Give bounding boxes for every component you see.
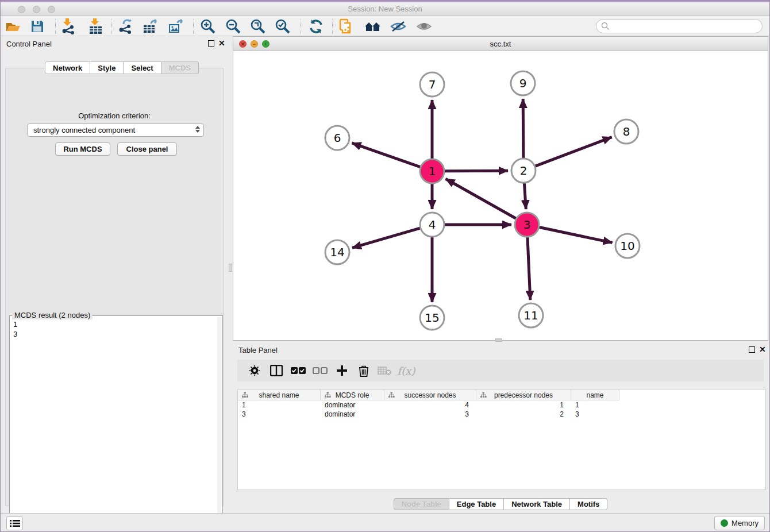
column-header-name[interactable]: name: [571, 390, 619, 400]
table-cell[interactable]: 1: [476, 400, 571, 410]
edge-2-8[interactable]: [536, 137, 612, 167]
export-network-icon[interactable]: [117, 18, 135, 35]
table-cell[interactable]: 3: [384, 410, 476, 419]
float-panel-icon[interactable]: [208, 40, 214, 47]
tab-mcds[interactable]: MCDS: [161, 61, 199, 74]
close-panel-button[interactable]: Close panel: [117, 142, 177, 156]
edge-3-1[interactable]: [446, 179, 516, 218]
node-label-2: 2: [520, 164, 528, 178]
refresh-icon[interactable]: [307, 18, 325, 35]
column-header-label: successor nodes: [404, 391, 456, 399]
select-all-icon[interactable]: [289, 362, 307, 379]
import-network-icon[interactable]: [59, 18, 78, 35]
edge-4-14[interactable]: [352, 228, 420, 248]
memory-status-icon: [721, 519, 728, 527]
first-neighbors-icon[interactable]: [364, 18, 382, 35]
zoom-out-icon[interactable]: [224, 18, 242, 35]
control-panel: Control Panel ✕ Optimization criterion: …: [1, 36, 228, 513]
import-table-icon[interactable]: [87, 18, 105, 35]
export-image-icon[interactable]: [167, 18, 186, 35]
vertical-splitter[interactable]: [228, 36, 233, 513]
node-label-1: 1: [429, 164, 436, 178]
table-row[interactable]: 1dominator411: [238, 400, 619, 410]
show-all-icon[interactable]: [415, 18, 433, 35]
mcds-result-scrollbar[interactable]: [217, 317, 221, 531]
mcds-result-text[interactable]: 1 3: [11, 319, 217, 531]
edge-1-2[interactable]: [445, 171, 508, 171]
edge-2-3[interactable]: [524, 183, 526, 209]
mcds-result-line: 3: [13, 329, 217, 339]
open-session-icon[interactable]: [4, 18, 22, 35]
zoom-fit-icon[interactable]: [249, 18, 267, 35]
export-table-icon[interactable]: [142, 18, 160, 35]
main-toolbar: [1, 17, 769, 36]
add-column-icon[interactable]: [333, 362, 351, 379]
splitter-grip[interactable]: [229, 264, 232, 272]
tab-edge-table[interactable]: Edge Table: [449, 498, 504, 510]
zoom-in-icon[interactable]: [199, 18, 217, 35]
close-panel-icon[interactable]: ✕: [218, 38, 225, 48]
column-header-successor-nodes[interactable]: successor nodes: [384, 390, 476, 400]
close-table-panel-icon[interactable]: ✕: [759, 345, 766, 354]
selected-criterion: strongly connected component: [33, 126, 135, 134]
network-window-titlebar[interactable]: ✕ − + scc.txt: [233, 37, 768, 51]
table-toolbar: f(x): [237, 360, 764, 381]
table-row[interactable]: 3dominator323: [238, 410, 619, 419]
delete-table-icon: [375, 362, 394, 379]
tab-style[interactable]: Style: [90, 61, 124, 74]
horizontal-splitter-grip[interactable]: [495, 338, 502, 342]
tab-node-table[interactable]: Node Table: [394, 498, 449, 510]
mcds-result-title: MCDS result (2 nodes): [12, 311, 93, 319]
table-cell[interactable]: 3: [238, 410, 321, 419]
zoom-selected-icon[interactable]: [274, 18, 292, 35]
run-mcds-button[interactable]: Run MCDS: [55, 142, 110, 156]
memory-button[interactable]: Memory: [714, 516, 765, 530]
clone-network-icon[interactable]: [337, 18, 356, 35]
toolbar-separator: [111, 20, 111, 34]
tab-motifs[interactable]: Motifs: [570, 498, 607, 510]
split-columns-icon[interactable]: [267, 362, 286, 379]
network-window-title: scc.txt: [233, 40, 768, 48]
table-cell[interactable]: 4: [384, 400, 476, 410]
table-tabs: Node Table Edge Table Network Table Moti…: [233, 498, 768, 510]
hide-selected-icon[interactable]: [389, 18, 407, 35]
column-header-label: name: [586, 391, 603, 399]
tab-network[interactable]: Network: [45, 61, 90, 74]
table-cell[interactable]: dominator: [321, 400, 384, 410]
edge-3-11[interactable]: [528, 237, 530, 300]
edge-3-10[interactable]: [540, 228, 613, 243]
column-header-MCDS-role[interactable]: MCDS role: [321, 390, 384, 400]
node-label-6: 6: [334, 131, 341, 145]
table-cell[interactable]: 1: [571, 400, 619, 410]
column-header-shared-name[interactable]: shared name: [238, 390, 321, 400]
column-header-predecessor-nodes[interactable]: predecessor nodes: [476, 390, 571, 400]
network-canvas[interactable]: 7968124314101511: [233, 51, 768, 340]
mcds-result-line: 1: [13, 319, 217, 329]
edge-1-6[interactable]: [352, 143, 420, 167]
node-label-3: 3: [523, 218, 531, 232]
node-table: shared nameMCDS rolesuccessor nodesprede…: [237, 389, 766, 490]
control-panel-tabs: Network Style Select MCDS: [45, 61, 199, 74]
optimization-criterion-select[interactable]: strongly connected component: [27, 124, 204, 137]
delete-column-icon[interactable]: [355, 362, 373, 379]
float-table-panel-icon[interactable]: [749, 346, 755, 353]
gear-icon[interactable]: [245, 362, 264, 379]
table-cell[interactable]: 1: [238, 400, 321, 410]
column-header-label: predecessor nodes: [494, 391, 553, 399]
table-cell[interactable]: 3: [571, 410, 619, 419]
tab-select[interactable]: Select: [124, 61, 161, 74]
table-cell[interactable]: 2: [476, 410, 571, 419]
deselect-all-icon[interactable]: [311, 362, 329, 379]
edge-2-9[interactable]: [523, 99, 523, 158]
task-history-button[interactable]: [6, 516, 23, 530]
table-cell[interactable]: dominator: [321, 410, 384, 419]
search-input[interactable]: [596, 19, 763, 33]
save-session-icon[interactable]: [28, 18, 47, 35]
tab-network-table[interactable]: Network Table: [504, 498, 570, 510]
mcds-panel: Optimization criterion: strongly connect…: [5, 68, 224, 506]
mcds-result-box: MCDS result (2 nodes) 1 3: [9, 315, 223, 532]
fx-label: f(x): [398, 365, 415, 377]
node-label-4: 4: [429, 218, 436, 232]
network-graph[interactable]: 7968124314101511: [233, 51, 768, 340]
titlebar[interactable]: Session: New Session: [1, 2, 769, 16]
